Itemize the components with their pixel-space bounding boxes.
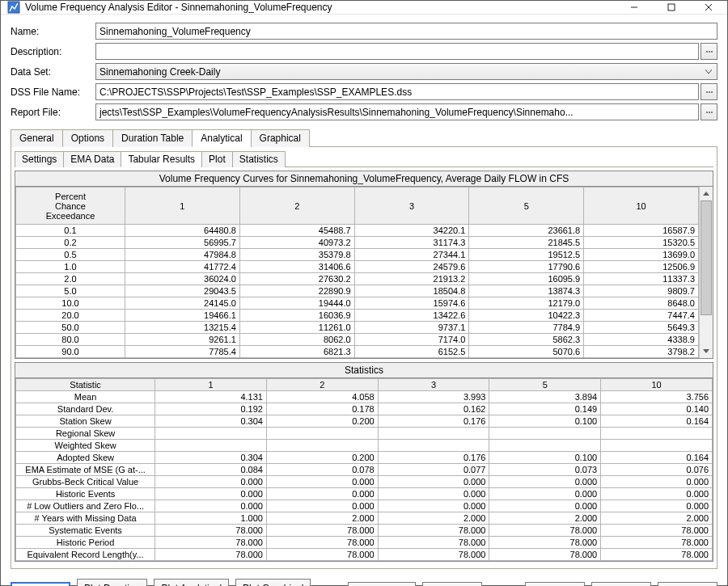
svg-point-8 — [706, 91, 708, 93]
report-file-label: Report File: — [11, 107, 95, 118]
frequency-table: Percent Chance Exceedance1235100.164480.… — [15, 187, 699, 358]
cancel-button[interactable]: Cancel — [591, 582, 651, 586]
col-duration: 1 — [125, 188, 240, 225]
close-button[interactable] — [690, 1, 727, 14]
subtab-tabular-results[interactable]: Tabular Results — [121, 151, 202, 167]
report-browse-button[interactable] — [700, 103, 717, 120]
button-bar: Compute Plot Duration Data Plot Analytic… — [1, 574, 727, 586]
svg-point-6 — [709, 51, 710, 53]
editor-window: Volume Frequency Analysis Editor - Sinne… — [0, 0, 728, 586]
col-duration: 2 — [266, 379, 378, 391]
col-duration: 3 — [378, 379, 489, 391]
dataset-label: Data Set: — [11, 66, 95, 78]
dss-file-label: DSS File Name: — [11, 86, 95, 98]
tab-analytical[interactable]: Analytical — [192, 129, 251, 147]
main-tab-strip: GeneralOptionsDuration TableAnalyticalGr… — [11, 129, 717, 147]
col-duration: 10 — [584, 188, 699, 225]
col-percent-chance: Percent Chance Exceedance — [16, 188, 125, 225]
plot-graphical-button[interactable]: Plot Graphical Curve — [235, 579, 311, 586]
scroll-up-icon[interactable] — [700, 187, 713, 200]
ok-button[interactable]: OK — [525, 582, 585, 586]
titlebar: Volume Frequency Analysis Editor - Sinne… — [1, 1, 727, 15]
col-duration: 10 — [601, 379, 713, 391]
subtab-statistics[interactable]: Statistics — [232, 151, 286, 167]
svg-point-7 — [711, 51, 713, 53]
scroll-down-icon[interactable] — [700, 344, 713, 358]
chevron-down-icon — [705, 70, 712, 74]
col-statistic: Statistic — [16, 379, 155, 391]
table-row: 80.09261.18062.07174.05862.34338.9 — [16, 334, 699, 346]
minimize-button[interactable] — [616, 1, 653, 14]
dss-file-input[interactable] — [95, 83, 699, 100]
tab-options[interactable]: Options — [62, 129, 113, 147]
table-row: 5.029043.522890.918504.813874.39809.7 — [16, 285, 699, 297]
table-row: Historic Period78.00078.00078.00078.0007… — [16, 537, 713, 549]
sub-tab-strip: SettingsEMA DataTabular ResultsPlotStati… — [15, 150, 713, 167]
col-duration: 3 — [354, 188, 469, 225]
frequency-table-title: Volume Frequency Curves for Sinnemahonin… — [15, 171, 713, 187]
dss-browse-button[interactable] — [700, 83, 717, 100]
name-input[interactable] — [95, 23, 717, 40]
svg-point-12 — [709, 112, 710, 113]
compute-button[interactable]: Compute — [11, 582, 70, 586]
tab-graphical[interactable]: Graphical — [251, 129, 310, 147]
table-row: Equivalent Record Length(y...78.00078.00… — [16, 549, 713, 561]
table-row: Station Skew0.3040.2000.1760.1000.164 — [16, 415, 713, 428]
table-row: Adopted Skew0.3040.2000.1760.1000.164 — [16, 452, 713, 464]
description-browse-button[interactable] — [700, 43, 717, 60]
statistics-table: Statistic123510Mean4.1314.0583.9933.8943… — [15, 378, 713, 561]
col-duration: 5 — [489, 379, 601, 391]
table-row: Historic Events0.0000.0000.0000.0000.000 — [16, 488, 713, 500]
svg-point-10 — [711, 91, 713, 93]
table-row: # Years with Missing Data1.0002.0002.000… — [16, 512, 713, 525]
analytical-panel: SettingsEMA DataTabular ResultsPlotStati… — [11, 147, 717, 569]
svg-point-5 — [706, 51, 708, 53]
maximize-button[interactable] — [653, 1, 690, 14]
description-input[interactable] — [95, 43, 699, 60]
app-icon — [7, 1, 20, 14]
frequency-table-block: Volume Frequency Curves for Sinnemahonin… — [15, 171, 713, 359]
table-row: 2.036024.027630.221913.216095.911337.3 — [16, 273, 699, 285]
table-row: Systematic Events78.00078.00078.00078.00… — [16, 525, 713, 537]
name-label: Name: — [11, 26, 95, 37]
print-button[interactable]: Print — [422, 582, 482, 586]
table-row: 0.256995.740973.231174.321845.515320.5 — [16, 237, 699, 249]
table-row: Mean4.1314.0583.9933.8943.756 — [16, 391, 713, 403]
table-row: 0.547984.835379.827344.119512.513699.0 — [16, 249, 699, 261]
table-row: 50.013215.411261.09737.17784.95649.3 — [16, 322, 699, 334]
report-file-input[interactable] — [95, 103, 699, 120]
table-row: Standard Dev.0.1920.1780.1620.1490.140 — [16, 403, 713, 415]
tab-duration-table[interactable]: Duration Table — [112, 129, 193, 147]
table-row: EMA Estimate of MSE (G at-...0.0840.0780… — [16, 464, 713, 476]
table-row: Grubbs-Beck Critical Value0.0000.0000.00… — [16, 476, 713, 488]
col-duration: 2 — [239, 188, 354, 225]
table-row: 90.07785.46821.36152.55070.63798.2 — [16, 346, 699, 358]
subtab-plot[interactable]: Plot — [201, 151, 233, 167]
svg-point-9 — [709, 91, 710, 93]
tab-general[interactable]: General — [11, 129, 63, 147]
statistics-table-title: Statistics — [15, 363, 713, 378]
table-row: Regional Skew — [16, 428, 713, 440]
col-duration: 1 — [155, 379, 267, 391]
dataset-select[interactable]: Sinnemahoning Creek-Daily — [95, 63, 717, 80]
table-row: Weighted Skew — [16, 440, 713, 452]
table-row: 0.164480.845488.734220.123661.816587.9 — [16, 225, 699, 237]
plot-analytical-button[interactable]: Plot Analytical Curve — [154, 579, 229, 586]
table-row: 1.041772.431406.624579.617790.612506.9 — [16, 261, 699, 273]
svg-point-11 — [706, 112, 708, 113]
window-title: Volume Frequency Analysis Editor - Sinne… — [25, 2, 616, 13]
freq-table-scrollbar[interactable] — [699, 187, 713, 358]
statistics-table-block: Statistics Statistic123510Mean4.1314.058… — [15, 362, 713, 562]
table-row: 20.019466.116036.913422.610422.37447.4 — [16, 310, 699, 322]
subtab-settings[interactable]: Settings — [15, 151, 64, 167]
col-duration: 5 — [469, 188, 584, 225]
svg-point-13 — [711, 112, 713, 113]
view-report-button[interactable]: View Report — [348, 582, 415, 586]
apply-button[interactable]: Apply — [658, 582, 717, 586]
plot-duration-button[interactable]: Plot Duration Data — [77, 579, 147, 586]
subtab-ema-data[interactable]: EMA Data — [63, 151, 121, 167]
table-row: 10.024145.019444.015974.612179.08648.0 — [16, 297, 699, 310]
description-label: Description: — [11, 46, 95, 57]
svg-rect-2 — [668, 4, 675, 11]
table-row: # Low Outliers and Zero Flo...0.0000.000… — [16, 500, 713, 512]
